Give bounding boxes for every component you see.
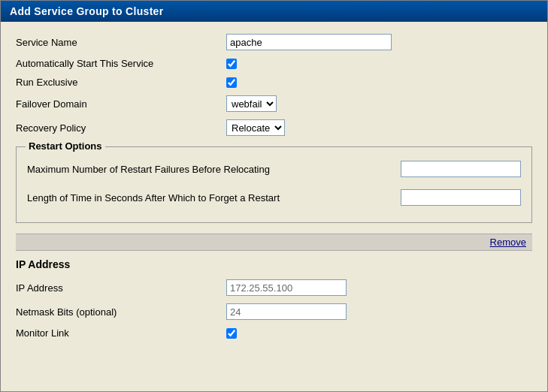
recovery-policy-label: Recovery Policy [16, 122, 226, 134]
ip-section-header: IP Address [16, 258, 532, 270]
failover-domain-value: webfail None [226, 95, 532, 112]
restart-options-legend: Restart Options [26, 140, 105, 152]
max-failures-row: Maximum Number of Restart Failures Befor… [27, 155, 521, 177]
auto-start-label: Automatically Start This Service [16, 58, 226, 69]
auto-start-checkbox-area [226, 59, 532, 69]
monitor-link-checkbox-area [226, 328, 532, 339]
forget-restart-row: Length of Time in Seconds After Which to… [27, 183, 521, 206]
monitor-link-checkbox[interactable] [226, 328, 237, 339]
ip-address-row: IP Address [16, 279, 532, 296]
failover-domain-row: Failover Domain webfail None [16, 95, 532, 112]
netmask-row: Netmask Bits (optional) [16, 303, 532, 320]
run-exclusive-checkbox-area [226, 77, 532, 88]
netmask-input[interactable] [226, 303, 347, 320]
restart-options-fieldset: Restart Options Maximum Number of Restar… [16, 146, 532, 223]
ip-address-label: IP Address [16, 282, 226, 294]
service-name-value [226, 34, 532, 50]
monitor-link-label: Monitor Link [16, 327, 226, 339]
monitor-link-row: Monitor Link [16, 327, 532, 339]
ip-address-input[interactable] [226, 279, 347, 296]
remove-bar: Remove [16, 234, 532, 251]
max-failures-label: Maximum Number of Restart Failures Befor… [27, 164, 401, 175]
run-exclusive-row: Run Exclusive [16, 77, 532, 88]
auto-start-checkbox[interactable] [226, 59, 237, 69]
ip-section: IP Address IP Address Netmask Bits (opti… [16, 258, 532, 339]
title-bar: Add Service Group to Cluster [1, 1, 547, 22]
recovery-policy-row: Recovery Policy Relocate Restart Disable… [16, 119, 532, 136]
forget-restart-label: Length of Time in Seconds After Which to… [27, 192, 401, 204]
main-window: Add Service Group to Cluster Service Nam… [0, 0, 548, 392]
max-failures-input[interactable] [401, 161, 521, 177]
failover-domain-select[interactable]: webfail None [226, 95, 277, 112]
recovery-policy-value: Relocate Restart Disable None [226, 119, 532, 136]
service-name-input[interactable] [226, 34, 392, 50]
service-name-row: Service Name [16, 34, 532, 50]
run-exclusive-label: Run Exclusive [16, 77, 226, 88]
netmask-label: Netmask Bits (optional) [16, 306, 226, 318]
service-name-label: Service Name [16, 37, 226, 48]
recovery-policy-select[interactable]: Relocate Restart Disable None [226, 119, 285, 136]
auto-start-row: Automatically Start This Service [16, 58, 532, 69]
ip-address-value [226, 279, 532, 296]
failover-domain-label: Failover Domain [16, 98, 226, 110]
netmask-value [226, 303, 532, 320]
run-exclusive-checkbox[interactable] [226, 77, 237, 88]
main-content: Service Name Automatically Start This Se… [1, 22, 547, 391]
remove-button[interactable]: Remove [490, 237, 526, 248]
window-title: Add Service Group to Cluster [10, 5, 163, 17]
forget-restart-input[interactable] [401, 189, 521, 206]
